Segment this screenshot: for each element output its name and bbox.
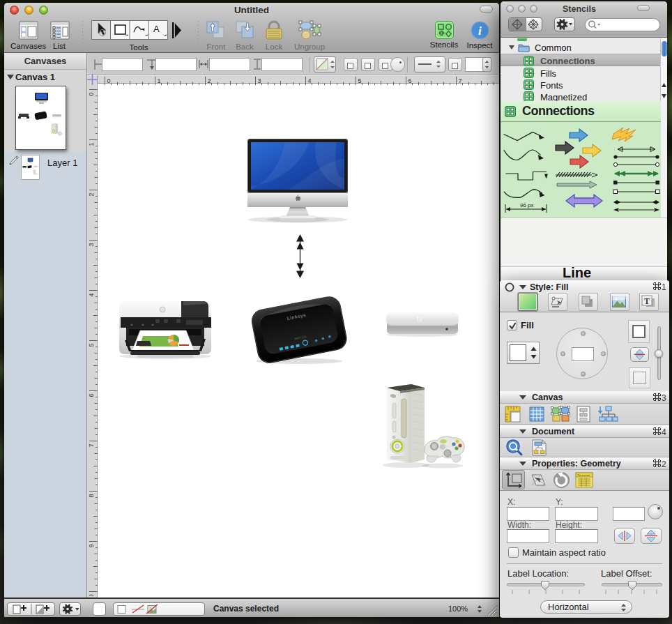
- svg-text:T: T: [644, 296, 650, 306]
- svg-text:6: 6: [408, 77, 412, 84]
- svg-text:2: 2: [88, 193, 95, 197]
- svg-text:2: 2: [208, 77, 211, 84]
- svg-text:5: 5: [88, 344, 95, 347]
- svg-text:4: 4: [88, 294, 95, 297]
- svg-text:1: 1: [158, 77, 161, 84]
- svg-text:tv: tv: [417, 315, 422, 323]
- svg-text:0: 0: [88, 93, 95, 96]
- svg-text:This is a text: This is a text: [577, 474, 590, 477]
- svg-text:10: 10: [88, 595, 95, 597]
- svg-text:96 px: 96 px: [520, 202, 534, 208]
- svg-text:i: i: [478, 24, 482, 38]
- svg-text:3: 3: [88, 243, 95, 247]
- svg-text:7: 7: [459, 77, 462, 84]
- svg-text:1: 1: [88, 143, 95, 146]
- svg-text:A: A: [153, 24, 160, 34]
- svg-text:7: 7: [88, 444, 95, 448]
- svg-text:8: 8: [88, 494, 95, 498]
- svg-text:9: 9: [88, 545, 95, 548]
- svg-text:0: 0: [107, 77, 111, 84]
- svg-text:4: 4: [308, 77, 312, 84]
- svg-text:5: 5: [358, 77, 362, 84]
- svg-text:6: 6: [88, 394, 95, 397]
- svg-text:3: 3: [258, 77, 261, 84]
